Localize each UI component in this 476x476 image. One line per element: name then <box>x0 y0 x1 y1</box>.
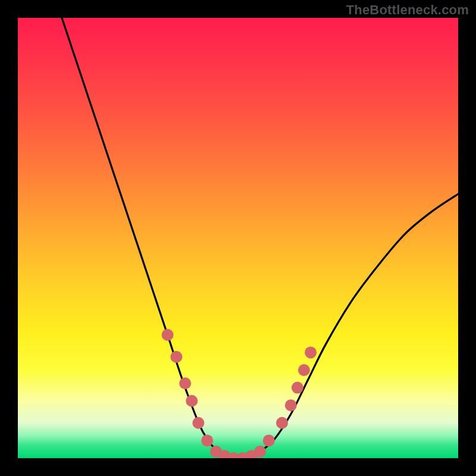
curve-dot <box>162 329 174 341</box>
curve-dots-group <box>162 329 317 458</box>
curve-dot <box>186 395 198 407</box>
curve-dot <box>254 446 266 458</box>
curve-dot <box>292 382 303 394</box>
watermark-text: TheBottleneck.com <box>346 2 469 18</box>
curve-dot <box>305 346 317 358</box>
curve-svg <box>18 18 458 458</box>
curve-dot <box>170 351 182 363</box>
curve-dot <box>179 377 191 389</box>
bottleneck-curve <box>62 18 458 458</box>
curve-dot <box>201 434 213 446</box>
curve-dot <box>298 364 310 376</box>
plot-area <box>18 18 458 458</box>
curve-dot <box>192 417 204 429</box>
curve-dot <box>276 417 288 429</box>
chart-frame: TheBottleneck.com <box>0 0 476 476</box>
curve-dot <box>263 434 275 446</box>
curve-dot <box>285 399 297 411</box>
